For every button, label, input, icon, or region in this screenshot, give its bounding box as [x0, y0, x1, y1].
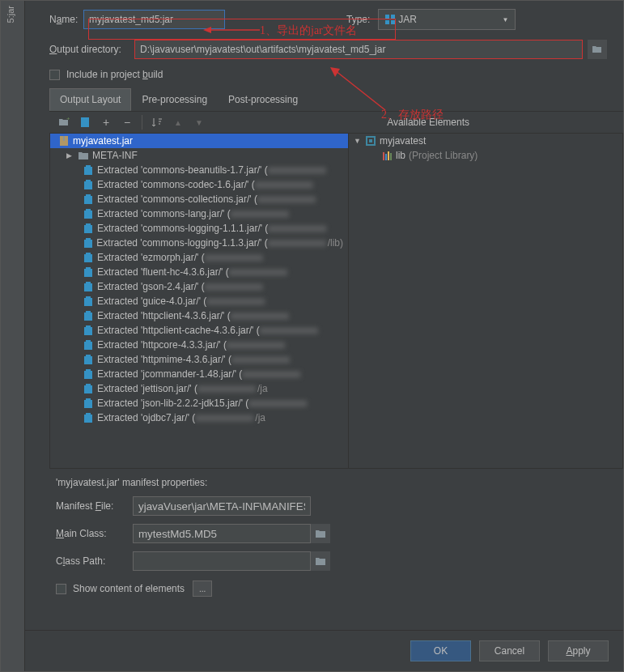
package-icon: [83, 398, 94, 409]
tree-project-root[interactable]: ▼ myjavatest: [349, 134, 622, 148]
tab-output-layout[interactable]: Output Layout: [49, 88, 131, 111]
svg-rect-22: [84, 269, 92, 277]
type-dropdown[interactable]: JAR ▼: [378, 9, 516, 30]
module-icon: [365, 135, 376, 147]
class-path-input[interactable]: [133, 551, 311, 571]
type-value: JAR: [398, 14, 417, 25]
tree-extracted-item[interactable]: Extracted 'fluent-hc-4.3.6.jar/' (xxxxxx…: [50, 265, 348, 279]
tree-lib-node[interactable]: lib (Project Library): [349, 148, 622, 163]
package-icon: [83, 208, 94, 219]
svg-rect-25: [86, 282, 91, 284]
tree-extracted-item[interactable]: Extracted 'jettison.jar/' (xxxxxxxxxxxx/…: [50, 381, 348, 396]
svg-rect-33: [86, 340, 91, 342]
tree-extracted-item[interactable]: Extracted 'guice-4.0.jar/' (xxxxxxxxxxxx: [50, 294, 348, 308]
svg-rect-14: [84, 211, 92, 219]
add-icon[interactable]: +: [100, 116, 112, 129]
svg-rect-1: [391, 15, 395, 19]
package-icon: [83, 252, 94, 263]
props-title: 'myjavatest.jar' manifest properties:: [56, 477, 599, 488]
show-content-checkbox[interactable]: [56, 584, 66, 594]
manifest-file-input[interactable]: [133, 496, 311, 516]
show-content-expand-button[interactable]: ...: [193, 581, 212, 597]
svg-rect-17: [86, 223, 91, 226]
browse-output-button[interactable]: [588, 40, 607, 59]
new-folder-icon[interactable]: +: [57, 116, 70, 129]
tree-extracted-item[interactable]: Extracted 'httpclient-cache-4.3.6.jar/' …: [50, 323, 348, 338]
package-icon: [83, 281, 94, 292]
svg-rect-9: [86, 165, 91, 168]
main-class-label: Main Class:: [56, 528, 133, 539]
archive-icon: [58, 135, 70, 147]
jar-icon: [385, 15, 395, 24]
up-icon[interactable]: ▲: [172, 116, 185, 129]
tree-extracted-item[interactable]: Extracted 'httpcore-4.3.3.jar/' (xxxxxxx…: [50, 338, 348, 352]
svg-rect-37: [86, 369, 91, 372]
package-icon: [83, 368, 94, 380]
tree-extracted-item[interactable]: Extracted 'json-lib-2.2.2-jdk15.jar/' (x…: [50, 396, 348, 410]
name-input[interactable]: [83, 10, 225, 29]
include-build-checkbox[interactable]: [49, 70, 60, 80]
expand-arrow-icon[interactable]: ▶: [66, 151, 74, 159]
tab-bar: Output Layout Pre-processing Post-proces…: [49, 88, 623, 112]
tab-pre-processing[interactable]: Pre-processing: [131, 88, 218, 111]
svg-rect-42: [84, 415, 92, 423]
tree-extracted-item[interactable]: Extracted 'gson-2.4.jar/' (xxxxxxxxxxxx: [50, 279, 348, 294]
svg-rect-21: [86, 253, 91, 255]
folder-icon: [78, 150, 89, 161]
folder-icon: [592, 45, 603, 54]
tab-post-processing[interactable]: Post-processing: [218, 88, 308, 111]
tree-extracted-item[interactable]: Extracted 'commons-logging-1.1.1.jar/' (…: [50, 221, 348, 236]
tree-extracted-item[interactable]: Extracted 'commons-beanutils-1.7.jar/' (…: [50, 163, 348, 177]
new-archive-icon[interactable]: [79, 116, 91, 129]
show-content-label: Show content of elements: [73, 583, 185, 594]
tree-meta-inf[interactable]: ▶ META-INF: [50, 148, 348, 163]
tree-extracted-item[interactable]: Extracted 'commons-lang.jar/' (xxxxxxxxx…: [50, 206, 348, 221]
svg-rect-5: [81, 117, 89, 127]
tree-extracted-item[interactable]: Extracted 'jcommander-1.48.jar/' (xxxxxx…: [50, 367, 348, 381]
tree-extracted-item[interactable]: Extracted 'ezmorph.jar/' (xxxxxxxxxxxx: [50, 250, 348, 265]
manifest-file-label: Manifest File:: [56, 500, 133, 512]
svg-rect-24: [84, 283, 92, 291]
tree-extracted-item[interactable]: Extracted 'commons-logging-1.1.3.jar/' (…: [50, 236, 348, 250]
browse-main-class-button[interactable]: [311, 524, 330, 543]
expand-arrow-icon[interactable]: ▼: [354, 137, 362, 145]
svg-rect-10: [84, 181, 92, 189]
apply-button[interactable]: Apply: [548, 640, 609, 661]
ok-button[interactable]: OK: [410, 640, 471, 661]
down-icon[interactable]: ▼: [193, 116, 206, 129]
class-path-label: Class Path:: [56, 555, 133, 567]
package-icon: [83, 179, 94, 190]
svg-rect-2: [385, 20, 389, 24]
package-icon: [83, 164, 94, 176]
svg-rect-19: [86, 238, 91, 240]
toolbar-separator: [142, 115, 142, 130]
package-icon: [83, 325, 94, 336]
svg-rect-41: [86, 398, 91, 401]
svg-rect-8: [84, 167, 92, 175]
sort-icon[interactable]: [151, 116, 163, 129]
browse-class-path-button[interactable]: [311, 551, 330, 571]
package-icon: [83, 354, 94, 365]
available-elements-tree[interactable]: ▼ myjavatest lib (Project Library): [349, 133, 623, 469]
cancel-button[interactable]: Cancel: [479, 640, 540, 661]
left-sidebar-strip: 5:jar: [1, 1, 25, 671]
svg-rect-20: [84, 254, 92, 262]
output-dir-input[interactable]: [134, 40, 583, 59]
svg-rect-43: [86, 413, 91, 415]
remove-icon[interactable]: −: [121, 116, 134, 129]
main-class-input[interactable]: [133, 524, 311, 543]
tree-extracted-item[interactable]: Extracted 'httpclient-4.3.6.jar/' (xxxxx…: [50, 308, 348, 323]
tree-extracted-item[interactable]: Extracted 'httpmime-4.3.6.jar/' (xxxxxxx…: [50, 352, 348, 367]
svg-rect-11: [86, 180, 91, 182]
svg-rect-15: [86, 209, 91, 211]
artifact-dialog: 5:jar Name: Type: JAR ▼ Output: [0, 0, 624, 672]
left-strip-label: 5:jar: [1, 1, 20, 28]
svg-rect-35: [86, 355, 91, 357]
tree-extracted-item[interactable]: Extracted 'ojdbc7.jar/' (xxxxxxxxxxxx/ja: [50, 410, 348, 425]
svg-rect-46: [369, 139, 372, 142]
output-layout-tree[interactable]: myjavatest.jar ▶ META-INF Extracted 'com…: [49, 133, 349, 469]
tree-extracted-item[interactable]: Extracted 'commons-collections.jar/' (xx…: [50, 192, 348, 206]
tree-root-jar[interactable]: myjavatest.jar: [50, 134, 348, 148]
svg-text:+: +: [66, 117, 70, 122]
tree-extracted-item[interactable]: Extracted 'commons-codec-1.6.jar/' (xxxx…: [50, 177, 348, 192]
